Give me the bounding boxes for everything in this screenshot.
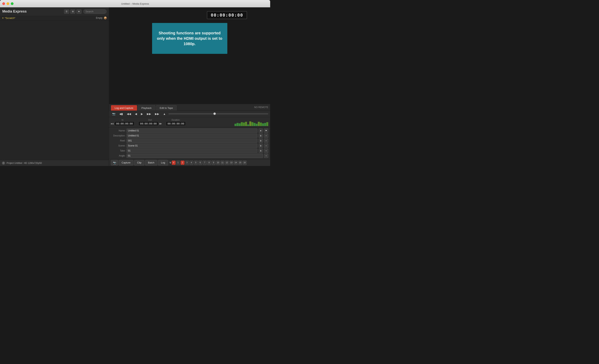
in-label: In:	[122, 119, 124, 121]
scene-add-btn[interactable]: +	[264, 144, 268, 148]
description-add-btn[interactable]: +	[264, 133, 268, 138]
channel-16[interactable]: 16	[243, 160, 247, 165]
right-panel: 00:00:00:00 Shooting functions are suppo…	[109, 7, 270, 166]
channel-7[interactable]: 7	[203, 160, 207, 165]
out-display: 00:00:00:00 ▮▶	[138, 121, 162, 126]
channel-9[interactable]: 9	[212, 160, 216, 165]
reel-label: Reel:	[111, 139, 125, 142]
channel-12[interactable]: 12	[225, 160, 229, 165]
reel-row: Reel: 🗎 +	[111, 139, 268, 143]
scratch-label: ▼ *Scratch*	[2, 17, 15, 19]
out-group: Out: 00:00:00:00 ▮▶	[138, 119, 162, 126]
scene-input[interactable]	[127, 144, 257, 148]
media-browser	[0, 20, 109, 160]
channel-1[interactable]: 1	[176, 160, 180, 165]
clip-button[interactable]: Clip	[134, 160, 144, 165]
maximize-button[interactable]	[11, 2, 14, 5]
take-copy-btn[interactable]: 🗎	[259, 149, 263, 153]
name-input[interactable]	[127, 129, 257, 133]
transport-bar: 📷 ◀▮ ◀◀ ◀ ▶ ▶▶ ▶▶ ▲	[109, 111, 270, 117]
scratch-right: Empty 📦	[96, 16, 107, 19]
angle-input[interactable]	[127, 154, 263, 158]
list-view-button[interactable]: ☰	[64, 9, 69, 14]
channel-4[interactable]: 4	[190, 160, 193, 165]
progress-thumb	[213, 113, 216, 115]
reel-add-btn[interactable]: +	[264, 139, 268, 143]
transport-forward-fast[interactable]: ▶▶	[154, 112, 160, 116]
favorites-button[interactable]: ★	[76, 9, 81, 14]
channel-8[interactable]: 8	[207, 160, 211, 165]
grid-view-button[interactable]: ⊞	[70, 9, 75, 14]
bottom-controls: Log and Capture Playback Edit to Tape NO…	[109, 104, 270, 166]
out-nav-icon[interactable]: ▮▶	[159, 123, 162, 125]
left-panel-header: Media Express ☰ ⊞ ★	[0, 7, 109, 16]
traffic-lights	[2, 2, 14, 5]
v-label: V	[170, 161, 171, 164]
name-flag-btn[interactable]: ⚑	[264, 129, 268, 133]
channel-5[interactable]: 5	[194, 160, 198, 165]
channel-2[interactable]: 2	[181, 160, 185, 165]
batch-button[interactable]: Batch	[145, 160, 157, 165]
channel-13[interactable]: 13	[229, 160, 233, 165]
no-remote-label: NO REMOTE	[254, 106, 268, 110]
progress-bar[interactable]	[168, 113, 268, 115]
channel-11[interactable]: 11	[220, 160, 224, 165]
channel-14[interactable]: 14	[234, 160, 238, 165]
channel-6[interactable]: 6	[198, 160, 202, 165]
channel-3[interactable]: 3	[185, 160, 189, 165]
window-title: Untitled – Media Express	[121, 2, 149, 5]
tabs-bar: Log and Capture Playback Edit to Tape NO…	[109, 104, 270, 111]
angle-add-btn[interactable]: +	[264, 154, 268, 158]
reel-copy-btn[interactable]: 🗎	[259, 139, 263, 143]
take-add-btn[interactable]: +	[264, 149, 268, 153]
transport-play[interactable]: ▶	[140, 112, 144, 116]
timecode-display: 00:00:00:00	[207, 11, 247, 19]
video-area: 00:00:00:00 Shooting functions are suppo…	[109, 7, 270, 104]
description-copy-btn[interactable]: 🗎	[259, 133, 263, 138]
search-input[interactable]	[83, 9, 106, 14]
tab-log-capture[interactable]: Log and Capture	[111, 105, 137, 111]
video-message: Shooting functions are supported only wh…	[152, 27, 227, 50]
close-button[interactable]	[2, 2, 5, 5]
take-input[interactable]	[127, 149, 257, 153]
transport-rewind-fast[interactable]: ◀◀	[126, 112, 132, 116]
project-name: Project Untitled	[7, 162, 22, 164]
channel-v[interactable]: V	[172, 160, 176, 165]
description-row: Description: 🗎 +	[111, 133, 268, 138]
tab-playback[interactable]: Playback	[138, 105, 155, 111]
log-button[interactable]: Log	[158, 160, 168, 165]
tab-edit-to-tape[interactable]: Edit to Tape	[156, 105, 176, 111]
transport-go-start[interactable]: ◀▮	[118, 112, 124, 116]
scene-label: Scene:	[111, 144, 125, 147]
in-group: In: ▶▮ 00:00:00:00	[111, 119, 134, 126]
scene-row: Scene: 🗎 +	[111, 144, 268, 148]
transport-eject[interactable]: ▲	[162, 112, 167, 116]
metadata-section: Name: ★ ⚑ Description: 🗎 + Reel: 🗎 +	[109, 127, 270, 159]
out-value[interactable]: 00:00:00:00	[138, 121, 159, 126]
duration-value[interactable]: 00:00:00:00	[166, 121, 186, 126]
in-display: ▶▮ 00:00:00:00	[111, 121, 134, 126]
camera-button[interactable]: 📷	[111, 160, 118, 165]
channel-10[interactable]: 10	[216, 160, 220, 165]
capture-button[interactable]: Capture	[119, 160, 133, 165]
transport-camera-icon[interactable]: 📷	[111, 112, 116, 116]
description-input[interactable]	[127, 133, 257, 138]
in-value[interactable]: 00:00:00:00	[115, 121, 134, 126]
in-nav-icon[interactable]: ▶▮	[111, 123, 114, 125]
transport-rewind[interactable]: ◀	[134, 112, 138, 116]
take-row: Take: 🗎 +	[111, 149, 268, 153]
scratch-status: Empty	[96, 17, 103, 19]
channel-buttons: V V 1 2 3 4 5 6 7 8 9 10 11 12 13 14 15	[170, 160, 247, 165]
name-label: Name:	[111, 129, 125, 132]
minimize-button[interactable]	[7, 2, 9, 5]
scratch-bar: ▼ *Scratch* Empty 📦	[0, 16, 109, 20]
take-label: Take:	[111, 149, 125, 152]
reel-input[interactable]	[127, 139, 257, 143]
archive-icon[interactable]: 📦	[104, 16, 107, 19]
name-star-btn[interactable]: ★	[259, 129, 263, 133]
transport-forward[interactable]: ▶▶	[146, 112, 152, 116]
angle-label: Angle:	[111, 154, 125, 157]
channel-15[interactable]: 15	[238, 160, 242, 165]
out-label: Out:	[148, 119, 152, 121]
scene-copy-btn[interactable]: 🗎	[259, 144, 263, 148]
